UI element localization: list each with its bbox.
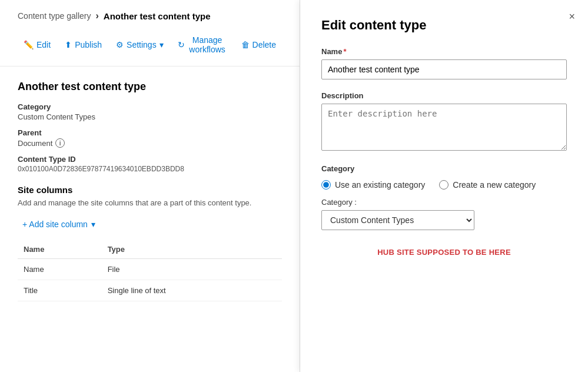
- content-type-id-meta: Content Type ID 0x010100A0D72836E9787741…: [18, 155, 282, 173]
- content-area: Another test content type Category Custo…: [0, 67, 300, 315]
- delete-label: Delete: [253, 40, 276, 49]
- radio-new-input[interactable]: [439, 180, 449, 190]
- left-panel: Content type gallery › Another test cont…: [0, 0, 300, 372]
- breadcrumb-separator: ›: [96, 11, 99, 21]
- add-site-column-chevron-icon: ▾: [91, 220, 95, 229]
- radio-new-option[interactable]: Create a new category: [439, 180, 536, 190]
- table-row: NameFile: [18, 259, 282, 280]
- name-input[interactable]: [321, 59, 567, 79]
- parent-meta-value-row: Document i: [18, 138, 282, 148]
- table-cell-name: Title: [18, 280, 102, 301]
- site-columns-description: Add and manage the site columns that are…: [18, 198, 282, 207]
- edit-label: Edit: [36, 40, 51, 49]
- edit-icon: ✏️: [24, 40, 34, 49]
- settings-label: Settings: [127, 40, 157, 49]
- info-icon: i: [55, 138, 65, 148]
- name-form-group: Name*: [321, 47, 567, 79]
- publish-icon: ⬆: [65, 40, 72, 49]
- publish-button[interactable]: ⬆ Publish: [59, 36, 108, 53]
- workflows-icon: ↻: [178, 40, 185, 49]
- radio-existing-input[interactable]: [321, 180, 331, 190]
- table-header-type: Type: [102, 240, 282, 259]
- close-button[interactable]: ×: [566, 8, 577, 25]
- hub-site-message: HUB SITE SUPPOSED TO BE HERE: [321, 248, 567, 257]
- edit-panel: × Edit content type Name* Description Ca…: [300, 0, 588, 372]
- table-cell-type: Single line of text: [102, 280, 282, 301]
- table-cell-type: File: [102, 259, 282, 280]
- toolbar: ✏️ Edit ⬆ Publish ⚙ Settings ▾ ↻ Manage …: [0, 27, 300, 67]
- radio-existing-option[interactable]: Use an existing category: [321, 180, 425, 190]
- manage-workflows-label: Manage workflows: [188, 35, 227, 54]
- radio-existing-label: Use an existing category: [335, 180, 425, 190]
- add-site-column-button[interactable]: + Add site column ▾: [18, 217, 100, 232]
- name-required: *: [343, 47, 346, 56]
- content-type-id-value: 0x010100A0D72836E97877419634010EBDD3BDD8: [18, 165, 282, 173]
- category-radio-group: Use an existing category Create a new ca…: [321, 180, 567, 190]
- delete-icon: 🗑: [241, 40, 250, 49]
- delete-button[interactable]: 🗑 Delete: [235, 36, 282, 53]
- panel-title: Edit content type: [321, 18, 567, 33]
- breadcrumb: Content type gallery › Another test cont…: [0, 0, 300, 27]
- category-dropdown-label: Category :: [321, 198, 567, 207]
- site-columns-table: Name Type NameFileTitleSingle line of te…: [18, 240, 282, 301]
- breadcrumb-parent-link[interactable]: Content type gallery: [18, 11, 91, 21]
- category-meta-label: Category: [18, 102, 282, 111]
- settings-button[interactable]: ⚙ Settings ▾: [110, 36, 170, 53]
- category-section: Category Use an existing category Create…: [321, 164, 567, 230]
- description-textarea[interactable]: [321, 104, 567, 151]
- table-header-name: Name: [18, 240, 102, 259]
- publish-label: Publish: [75, 40, 102, 49]
- add-site-column-label: + Add site column: [22, 220, 88, 229]
- edit-button[interactable]: ✏️ Edit: [18, 36, 57, 53]
- manage-workflows-button[interactable]: ↻ Manage workflows: [172, 32, 233, 58]
- radio-new-label: Create a new category: [453, 180, 536, 190]
- name-label: Name*: [321, 47, 567, 56]
- content-type-name: Another test content type: [18, 81, 282, 93]
- parent-meta-label: Parent: [18, 128, 282, 137]
- description-label: Description: [321, 91, 567, 100]
- category-meta-value: Custom Content Types: [18, 112, 282, 121]
- settings-chevron-icon: ▾: [160, 40, 164, 49]
- settings-icon: ⚙: [116, 40, 124, 49]
- parent-meta: Parent Document i: [18, 128, 282, 148]
- parent-meta-value: Document: [18, 139, 52, 148]
- breadcrumb-current: Another test content type: [104, 11, 211, 21]
- category-dropdown[interactable]: Custom Content TypesDocument Content Typ…: [321, 210, 474, 230]
- table-cell-name: Name: [18, 259, 102, 280]
- category-meta: Category Custom Content Types: [18, 102, 282, 121]
- description-form-group: Description: [321, 91, 567, 152]
- content-type-id-label: Content Type ID: [18, 155, 282, 164]
- table-row: TitleSingle line of text: [18, 280, 282, 301]
- category-section-label: Category: [321, 164, 567, 173]
- site-columns-title: Site columns: [18, 185, 282, 195]
